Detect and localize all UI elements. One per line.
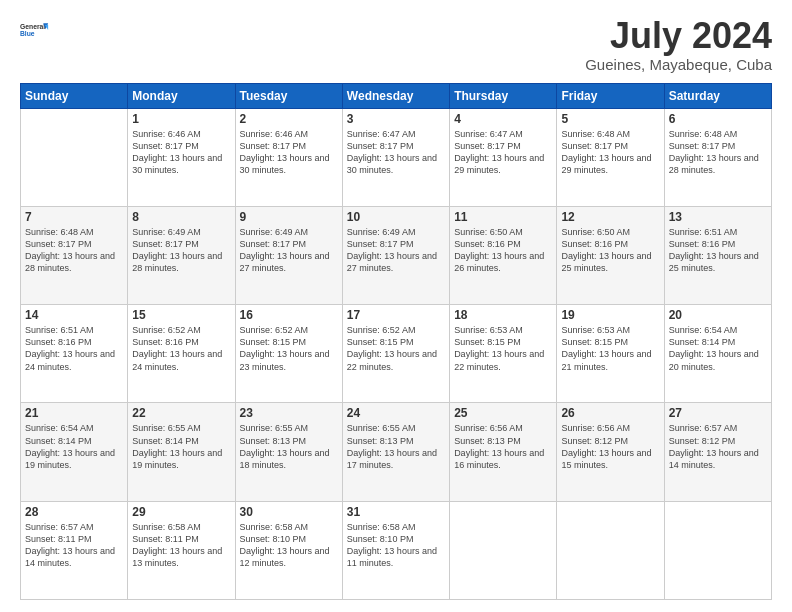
day-info: Sunrise: 6:58 AM Sunset: 8:10 PM Dayligh… xyxy=(347,521,445,570)
header-tuesday: Tuesday xyxy=(235,83,342,108)
day-info: Sunrise: 6:53 AM Sunset: 8:15 PM Dayligh… xyxy=(454,324,552,373)
table-row: 30Sunrise: 6:58 AM Sunset: 8:10 PM Dayli… xyxy=(235,501,342,599)
day-info: Sunrise: 6:54 AM Sunset: 8:14 PM Dayligh… xyxy=(25,422,123,471)
day-info: Sunrise: 6:46 AM Sunset: 8:17 PM Dayligh… xyxy=(240,128,338,177)
table-row: 27Sunrise: 6:57 AM Sunset: 8:12 PM Dayli… xyxy=(664,403,771,501)
day-info: Sunrise: 6:51 AM Sunset: 8:16 PM Dayligh… xyxy=(25,324,123,373)
header-sunday: Sunday xyxy=(21,83,128,108)
calendar-week-row: 21Sunrise: 6:54 AM Sunset: 8:14 PM Dayli… xyxy=(21,403,772,501)
main-title: July 2024 xyxy=(585,16,772,56)
table-row: 9Sunrise: 6:49 AM Sunset: 8:17 PM Daylig… xyxy=(235,206,342,304)
day-info: Sunrise: 6:55 AM Sunset: 8:13 PM Dayligh… xyxy=(240,422,338,471)
day-number: 21 xyxy=(25,406,123,420)
day-number: 27 xyxy=(669,406,767,420)
table-row: 7Sunrise: 6:48 AM Sunset: 8:17 PM Daylig… xyxy=(21,206,128,304)
day-number: 17 xyxy=(347,308,445,322)
table-row: 10Sunrise: 6:49 AM Sunset: 8:17 PM Dayli… xyxy=(342,206,449,304)
day-number: 29 xyxy=(132,505,230,519)
calendar-week-row: 14Sunrise: 6:51 AM Sunset: 8:16 PM Dayli… xyxy=(21,305,772,403)
day-number: 24 xyxy=(347,406,445,420)
day-info: Sunrise: 6:52 AM Sunset: 8:15 PM Dayligh… xyxy=(240,324,338,373)
day-info: Sunrise: 6:56 AM Sunset: 8:12 PM Dayligh… xyxy=(561,422,659,471)
day-number: 22 xyxy=(132,406,230,420)
day-number: 16 xyxy=(240,308,338,322)
day-info: Sunrise: 6:51 AM Sunset: 8:16 PM Dayligh… xyxy=(669,226,767,275)
day-info: Sunrise: 6:56 AM Sunset: 8:13 PM Dayligh… xyxy=(454,422,552,471)
day-number: 8 xyxy=(132,210,230,224)
day-info: Sunrise: 6:47 AM Sunset: 8:17 PM Dayligh… xyxy=(347,128,445,177)
day-number: 25 xyxy=(454,406,552,420)
day-info: Sunrise: 6:52 AM Sunset: 8:15 PM Dayligh… xyxy=(347,324,445,373)
header-monday: Monday xyxy=(128,83,235,108)
header-thursday: Thursday xyxy=(450,83,557,108)
day-number: 28 xyxy=(25,505,123,519)
table-row: 31Sunrise: 6:58 AM Sunset: 8:10 PM Dayli… xyxy=(342,501,449,599)
day-info: Sunrise: 6:48 AM Sunset: 8:17 PM Dayligh… xyxy=(669,128,767,177)
table-row: 13Sunrise: 6:51 AM Sunset: 8:16 PM Dayli… xyxy=(664,206,771,304)
table-row xyxy=(450,501,557,599)
day-info: Sunrise: 6:48 AM Sunset: 8:17 PM Dayligh… xyxy=(561,128,659,177)
svg-text:General: General xyxy=(20,23,45,30)
table-row: 2Sunrise: 6:46 AM Sunset: 8:17 PM Daylig… xyxy=(235,108,342,206)
table-row: 16Sunrise: 6:52 AM Sunset: 8:15 PM Dayli… xyxy=(235,305,342,403)
calendar-header-row: Sunday Monday Tuesday Wednesday Thursday… xyxy=(21,83,772,108)
day-number: 4 xyxy=(454,112,552,126)
day-info: Sunrise: 6:58 AM Sunset: 8:11 PM Dayligh… xyxy=(132,521,230,570)
table-row: 23Sunrise: 6:55 AM Sunset: 8:13 PM Dayli… xyxy=(235,403,342,501)
calendar-week-row: 1Sunrise: 6:46 AM Sunset: 8:17 PM Daylig… xyxy=(21,108,772,206)
day-info: Sunrise: 6:49 AM Sunset: 8:17 PM Dayligh… xyxy=(132,226,230,275)
table-row xyxy=(557,501,664,599)
day-info: Sunrise: 6:54 AM Sunset: 8:14 PM Dayligh… xyxy=(669,324,767,373)
table-row: 5Sunrise: 6:48 AM Sunset: 8:17 PM Daylig… xyxy=(557,108,664,206)
logo: GeneralBlue xyxy=(20,16,50,46)
day-info: Sunrise: 6:58 AM Sunset: 8:10 PM Dayligh… xyxy=(240,521,338,570)
table-row: 1Sunrise: 6:46 AM Sunset: 8:17 PM Daylig… xyxy=(128,108,235,206)
table-row: 25Sunrise: 6:56 AM Sunset: 8:13 PM Dayli… xyxy=(450,403,557,501)
subtitle: Gueines, Mayabeque, Cuba xyxy=(585,56,772,73)
day-number: 31 xyxy=(347,505,445,519)
day-info: Sunrise: 6:55 AM Sunset: 8:14 PM Dayligh… xyxy=(132,422,230,471)
day-number: 10 xyxy=(347,210,445,224)
day-info: Sunrise: 6:53 AM Sunset: 8:15 PM Dayligh… xyxy=(561,324,659,373)
day-info: Sunrise: 6:48 AM Sunset: 8:17 PM Dayligh… xyxy=(25,226,123,275)
day-number: 14 xyxy=(25,308,123,322)
day-number: 7 xyxy=(25,210,123,224)
table-row: 22Sunrise: 6:55 AM Sunset: 8:14 PM Dayli… xyxy=(128,403,235,501)
table-row: 6Sunrise: 6:48 AM Sunset: 8:17 PM Daylig… xyxy=(664,108,771,206)
day-number: 6 xyxy=(669,112,767,126)
day-number: 1 xyxy=(132,112,230,126)
table-row: 18Sunrise: 6:53 AM Sunset: 8:15 PM Dayli… xyxy=(450,305,557,403)
table-row: 3Sunrise: 6:47 AM Sunset: 8:17 PM Daylig… xyxy=(342,108,449,206)
page: GeneralBlue July 2024 Gueines, Mayabeque… xyxy=(0,0,792,612)
day-number: 12 xyxy=(561,210,659,224)
day-number: 30 xyxy=(240,505,338,519)
day-number: 15 xyxy=(132,308,230,322)
day-info: Sunrise: 6:50 AM Sunset: 8:16 PM Dayligh… xyxy=(561,226,659,275)
table-row: 12Sunrise: 6:50 AM Sunset: 8:16 PM Dayli… xyxy=(557,206,664,304)
day-info: Sunrise: 6:49 AM Sunset: 8:17 PM Dayligh… xyxy=(347,226,445,275)
table-row: 19Sunrise: 6:53 AM Sunset: 8:15 PM Dayli… xyxy=(557,305,664,403)
calendar-week-row: 7Sunrise: 6:48 AM Sunset: 8:17 PM Daylig… xyxy=(21,206,772,304)
day-info: Sunrise: 6:55 AM Sunset: 8:13 PM Dayligh… xyxy=(347,422,445,471)
day-info: Sunrise: 6:49 AM Sunset: 8:17 PM Dayligh… xyxy=(240,226,338,275)
day-number: 13 xyxy=(669,210,767,224)
table-row: 14Sunrise: 6:51 AM Sunset: 8:16 PM Dayli… xyxy=(21,305,128,403)
day-number: 18 xyxy=(454,308,552,322)
table-row xyxy=(21,108,128,206)
header: GeneralBlue July 2024 Gueines, Mayabeque… xyxy=(20,16,772,73)
day-number: 26 xyxy=(561,406,659,420)
table-row: 20Sunrise: 6:54 AM Sunset: 8:14 PM Dayli… xyxy=(664,305,771,403)
day-info: Sunrise: 6:46 AM Sunset: 8:17 PM Dayligh… xyxy=(132,128,230,177)
svg-text:Blue: Blue xyxy=(20,30,35,37)
logo-icon: GeneralBlue xyxy=(20,16,50,46)
table-row: 4Sunrise: 6:47 AM Sunset: 8:17 PM Daylig… xyxy=(450,108,557,206)
table-row: 24Sunrise: 6:55 AM Sunset: 8:13 PM Dayli… xyxy=(342,403,449,501)
table-row xyxy=(664,501,771,599)
day-info: Sunrise: 6:47 AM Sunset: 8:17 PM Dayligh… xyxy=(454,128,552,177)
table-row: 8Sunrise: 6:49 AM Sunset: 8:17 PM Daylig… xyxy=(128,206,235,304)
day-number: 19 xyxy=(561,308,659,322)
day-number: 3 xyxy=(347,112,445,126)
header-saturday: Saturday xyxy=(664,83,771,108)
day-number: 23 xyxy=(240,406,338,420)
table-row: 28Sunrise: 6:57 AM Sunset: 8:11 PM Dayli… xyxy=(21,501,128,599)
